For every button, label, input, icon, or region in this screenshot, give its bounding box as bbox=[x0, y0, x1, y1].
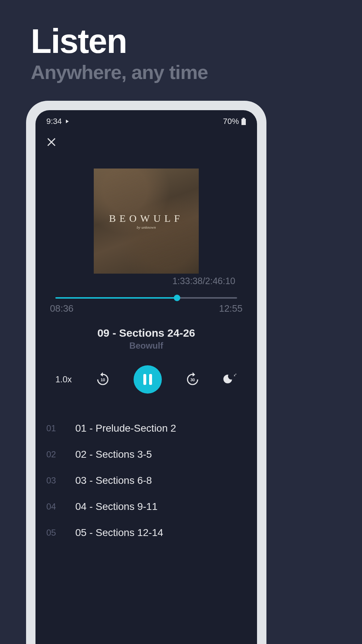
track-book: Beowulf bbox=[35, 341, 257, 351]
sleep-timer-button[interactable]: z z bbox=[223, 373, 237, 386]
cover-title: BEOWULF bbox=[109, 213, 183, 224]
phone-screen: 9:34 70% BEOWULF by unknown bbox=[35, 110, 257, 644]
forward-30-button[interactable]: 30 bbox=[185, 372, 200, 387]
chapter-title: 02 - Sections 3-5 bbox=[75, 449, 152, 460]
chapter-number: 05 bbox=[46, 528, 61, 538]
svg-text:30: 30 bbox=[190, 378, 195, 382]
status-right: 70% bbox=[223, 117, 246, 126]
close-button[interactable] bbox=[46, 137, 56, 147]
progress-slider[interactable] bbox=[55, 297, 237, 299]
chapter-title: 03 - Sections 6-8 bbox=[75, 475, 152, 486]
status-time: 9:34 bbox=[46, 117, 62, 126]
chapter-item[interactable]: 04 04 - Sections 9-11 bbox=[35, 494, 257, 520]
chapter-list: 01 01 - Prelude-Section 2 02 02 - Sectio… bbox=[35, 415, 257, 546]
phone-frame: 9:34 70% BEOWULF by unknown bbox=[26, 101, 266, 644]
chapter-number: 01 bbox=[46, 423, 61, 433]
chapter-item[interactable]: 01 01 - Prelude-Section 2 bbox=[35, 415, 257, 441]
promo-subtitle: Anywhere, any time bbox=[31, 61, 362, 83]
battery-percent: 70% bbox=[223, 117, 239, 126]
time-current: 08:36 bbox=[50, 303, 73, 314]
chapter-item[interactable]: 02 02 - Sections 3-5 bbox=[35, 441, 257, 468]
pause-icon bbox=[143, 374, 152, 385]
progress-thumb[interactable] bbox=[174, 295, 180, 301]
chapter-title: 05 - Sections 12-14 bbox=[75, 527, 163, 539]
chapter-item[interactable]: 05 05 - Sections 12-14 bbox=[35, 520, 257, 546]
battery-icon bbox=[241, 118, 246, 125]
album-cover: BEOWULF by unknown bbox=[94, 169, 199, 274]
track-title: 09 - Sections 24-26 bbox=[35, 327, 257, 339]
overall-time: 1:33:38/2:46:10 bbox=[35, 274, 257, 286]
svg-rect-1 bbox=[241, 119, 246, 125]
rewind-10-button[interactable]: 10 bbox=[96, 372, 110, 387]
chapter-title: 04 - Sections 9-11 bbox=[75, 501, 157, 512]
svg-rect-0 bbox=[243, 118, 245, 119]
playback-speed-button[interactable]: 1.0x bbox=[55, 374, 72, 385]
chapter-number: 03 bbox=[46, 475, 61, 486]
progress-fill bbox=[55, 297, 177, 299]
promo-title: Listen bbox=[31, 22, 362, 61]
chapter-number: 04 bbox=[46, 502, 61, 512]
chapter-item[interactable]: 03 03 - Sections 6-8 bbox=[35, 468, 257, 494]
status-left: 9:34 bbox=[46, 117, 70, 126]
chapter-title: 01 - Prelude-Section 2 bbox=[75, 423, 176, 434]
cover-byline: by unknown bbox=[137, 225, 156, 229]
time-end: 12:55 bbox=[219, 303, 243, 314]
promo-header: Listen Anywhere, any time bbox=[0, 0, 362, 83]
pause-button[interactable] bbox=[134, 365, 162, 394]
chapter-number: 02 bbox=[46, 449, 61, 460]
svg-text:z: z bbox=[235, 373, 236, 375]
svg-text:10: 10 bbox=[100, 378, 105, 382]
play-indicator-icon bbox=[65, 119, 70, 124]
status-bar: 9:34 70% bbox=[35, 110, 257, 130]
